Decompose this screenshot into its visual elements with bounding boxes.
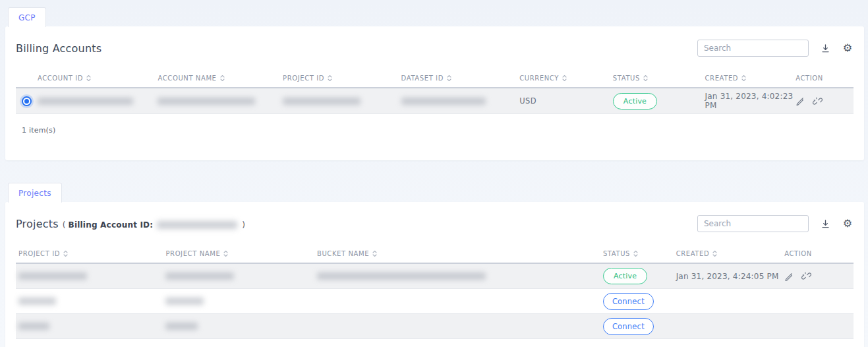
account-id-cell — [38, 98, 158, 105]
tab-projects[interactable]: Projects — [8, 183, 62, 203]
pencil-icon[interactable] — [796, 96, 805, 106]
column-header-currency[interactable]: CURRENCY — [519, 75, 613, 82]
projects-table-header: PROJECT ID PROJECT NAME BUCKET NAME STAT… — [16, 244, 854, 264]
dataset-id-cell — [401, 98, 520, 105]
open-paren: ( — [63, 220, 66, 230]
items-count: 1 item(s) — [5, 114, 864, 135]
connect-button[interactable]: Connect — [603, 293, 654, 310]
billing-table-row[interactable]: USD Active Jan 31, 2023, 4:02:23 PM — [16, 88, 854, 114]
unlink-icon[interactable] — [801, 271, 811, 281]
status-cell: Connect — [603, 293, 676, 310]
billing-title-text: Billing Accounts — [16, 42, 101, 55]
column-header-action: ACTION — [784, 250, 854, 257]
column-header-status[interactable]: STATUS — [613, 75, 705, 82]
status-badge: Active — [603, 268, 647, 284]
tab-gcp-label: GCP — [18, 13, 36, 22]
sort-icon[interactable] — [633, 250, 638, 257]
billing-account-id-redacted — [157, 221, 237, 229]
column-header-project-id[interactable]: PROJECT ID — [16, 250, 165, 257]
sort-icon[interactable] — [328, 75, 332, 82]
gear-icon[interactable]: ⚙ — [842, 218, 854, 230]
billing-account-id-label: Billing Account ID: — [69, 220, 154, 230]
download-icon[interactable] — [819, 42, 831, 54]
project-id-cell — [283, 98, 401, 105]
sort-icon[interactable] — [712, 250, 717, 257]
gear-icon[interactable]: ⚙ — [842, 42, 854, 54]
project-name-cell — [165, 272, 316, 280]
connect-button[interactable]: Connect — [603, 318, 654, 335]
project-row: Connect — [16, 289, 854, 314]
tab-projects-label: Projects — [18, 189, 51, 198]
column-header-account-name[interactable]: ACCOUNT NAME — [158, 75, 283, 82]
column-header-created[interactable]: CREATED — [676, 250, 785, 257]
billing-toolbar: ⚙ — [697, 40, 854, 57]
pencil-icon[interactable] — [784, 272, 794, 281]
project-name-cell — [165, 298, 316, 305]
tab-gcp[interactable]: GCP — [8, 7, 46, 27]
billing-table-header: ACCOUNT ID ACCOUNT NAME PROJECT ID DATAS… — [16, 69, 854, 88]
close-paren: ) — [242, 220, 245, 230]
unlink-icon[interactable] — [813, 96, 823, 106]
projects-title-text: Projects — [16, 218, 59, 230]
action-cell — [796, 96, 854, 106]
column-header-project-id[interactable]: PROJECT ID — [283, 75, 401, 82]
status-badge: Active — [613, 93, 657, 110]
projects-toolbar: ⚙ — [697, 215, 854, 232]
status-cell: Active — [603, 268, 676, 284]
projects-title: Projects ( Billing Account ID: ) — [16, 218, 245, 230]
sort-icon[interactable] — [643, 75, 648, 82]
billing-account-subtitle: ( Billing Account ID: ) — [63, 220, 245, 230]
sort-icon[interactable] — [220, 75, 225, 82]
column-header-account-id[interactable]: ACCOUNT ID — [38, 75, 158, 82]
projects-card-header: Projects ( Billing Account ID: ) ⚙ — [5, 202, 864, 244]
project-id-cell — [16, 323, 165, 330]
sort-icon[interactable] — [447, 75, 451, 82]
project-id-cell — [16, 298, 165, 305]
sort-icon[interactable] — [223, 250, 228, 257]
row-select-cell — [16, 96, 38, 106]
status-cell: Connect — [603, 318, 676, 335]
action-cell — [784, 271, 854, 281]
page-title: Billing Accounts — [16, 42, 101, 55]
column-header-status[interactable]: STATUS — [603, 250, 676, 257]
created-cell: Jan 31, 2023, 4:24:05 PM — [676, 272, 785, 281]
project-row: Connect — [16, 314, 854, 339]
bucket-name-cell — [317, 272, 603, 280]
created-cell: Jan 31, 2023, 4:02:23 PM — [705, 92, 796, 110]
account-name-cell — [158, 98, 283, 105]
billing-accounts-card: GCP Billing Accounts ⚙ ACCOUNT ID ACCOUN… — [5, 26, 864, 160]
project-row: Active Jan 31, 2023, 4:24:05 PM — [16, 264, 854, 289]
sort-icon[interactable] — [372, 250, 377, 257]
column-header-action: ACTION — [796, 75, 854, 82]
search-input[interactable] — [697, 40, 809, 57]
radio-selected-icon[interactable] — [22, 96, 32, 106]
sort-icon[interactable] — [741, 75, 746, 82]
project-id-cell — [16, 272, 165, 280]
column-header-dataset-id[interactable]: DATASET ID — [401, 75, 520, 82]
search-input[interactable] — [697, 215, 809, 232]
currency-cell: USD — [519, 96, 613, 106]
column-header-project-name[interactable]: PROJECT NAME — [165, 250, 316, 257]
download-icon[interactable] — [819, 218, 831, 230]
status-cell: Active — [613, 93, 705, 110]
projects-card: Projects Projects ( Billing Account ID: … — [5, 202, 864, 347]
column-header-created[interactable]: CREATED — [705, 75, 796, 82]
sort-icon[interactable] — [562, 75, 567, 82]
column-header-bucket-name[interactable]: BUCKET NAME — [317, 250, 603, 257]
sort-icon[interactable] — [86, 75, 91, 82]
sort-icon[interactable] — [63, 250, 68, 257]
billing-card-header: Billing Accounts ⚙ — [5, 26, 864, 69]
project-name-cell — [165, 323, 316, 330]
